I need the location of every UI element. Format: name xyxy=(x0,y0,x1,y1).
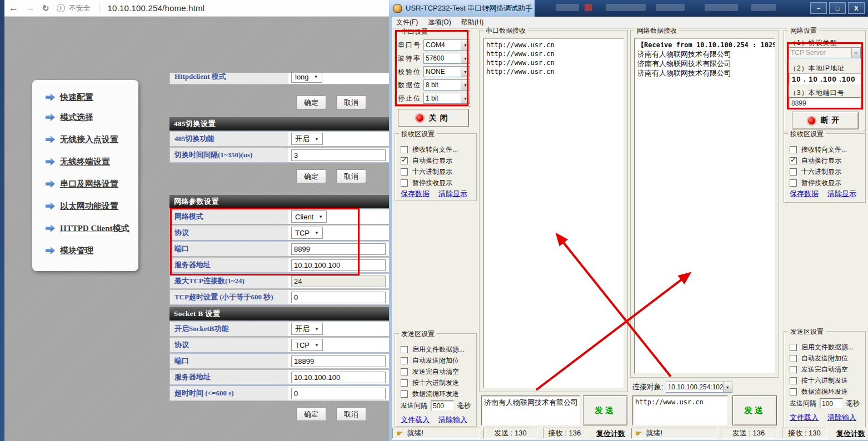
checkbox-auto-append[interactable]: 自动发送附加位 xyxy=(790,354,848,363)
checkbox-hex-send[interactable]: 按十六进制发送 xyxy=(790,376,848,385)
save-data-link[interactable]: 保存数据 xyxy=(790,189,819,199)
checkbox[interactable] xyxy=(790,168,797,176)
checkbox[interactable] xyxy=(401,168,408,176)
checkbox[interactable] xyxy=(790,377,797,384)
ok-button[interactable]: 确定 xyxy=(296,169,326,183)
serial-send-button[interactable]: 发送 xyxy=(583,395,627,425)
sidebar-item-ap-settings[interactable]: 无线接入点设置 xyxy=(46,134,118,145)
socketb-port-input[interactable]: 18899 xyxy=(291,355,386,367)
chevron-down-icon[interactable]: ▼ xyxy=(461,53,470,63)
checkbox-file-source[interactable]: 启用文件数据源... xyxy=(401,345,465,354)
sidebar-item-ethernet[interactable]: 以太网功能设置 xyxy=(46,201,118,212)
checkbox-pause-recv[interactable]: 暂停接收显示 xyxy=(401,178,452,187)
forward-icon[interactable]: → xyxy=(26,3,35,13)
save-data-link[interactable]: 保存数据 xyxy=(401,189,430,199)
reset-count-link[interactable]: 复位计数 xyxy=(596,429,625,439)
clear-input-link[interactable]: 清除输入 xyxy=(827,413,856,423)
data-bits-select[interactable]: 8 bit▼ xyxy=(423,79,470,91)
load-file-link[interactable]: 文件载入 xyxy=(790,413,819,423)
sidebar-item-sta-settings[interactable]: 无线终端设置 xyxy=(46,156,110,167)
clear-input-link[interactable]: 清除输入 xyxy=(438,415,467,425)
checkbox-auto-newline[interactable]: 自动换行显示 xyxy=(790,156,841,165)
disconnect-button[interactable]: 断开 xyxy=(792,112,859,129)
checkbox-recv-to-file[interactable]: 接收转向文件... xyxy=(401,145,458,154)
checkbox-pause-recv[interactable]: 暂停接收显示 xyxy=(790,178,841,187)
checkbox-recv-to-file[interactable]: 接收转向文件... xyxy=(790,145,847,154)
connection-target-select[interactable]: 10.10.100.254:1029▼ xyxy=(666,382,732,393)
local-ip-input[interactable]: 10 . 10 .100 .100 xyxy=(789,73,861,85)
checkbox[interactable] xyxy=(401,179,408,187)
send-interval-input[interactable]: 500 xyxy=(431,400,454,411)
socketb-timeout-input[interactable]: 0 xyxy=(291,388,386,399)
checkbox-clear-after-send[interactable]: 发送完自动清空 xyxy=(401,367,459,376)
clear-display-link[interactable]: 清除显示 xyxy=(827,189,856,199)
baud-rate-select[interactable]: 57600▼ xyxy=(423,53,470,64)
socketb-server-input[interactable]: 10.10.100.100 xyxy=(291,372,386,383)
checkbox[interactable] xyxy=(401,157,408,164)
menu-file[interactable]: 文件(F) xyxy=(392,17,422,28)
checkbox[interactable] xyxy=(401,146,408,153)
httpdclient-mode-select[interactable]: long▼ xyxy=(291,73,322,83)
socketb-enable-select[interactable]: 开启▼ xyxy=(291,323,323,335)
info-icon[interactable]: i xyxy=(57,4,65,12)
sidebar-item-uart-net[interactable]: 串口及网络设置 xyxy=(46,178,118,189)
serial-recv-textarea[interactable]: http://www.usr.cn http://www.usr.cn http… xyxy=(483,38,624,388)
network-mode-select[interactable]: Client▼ xyxy=(291,211,327,223)
checkbox[interactable] xyxy=(790,388,797,395)
address-url[interactable]: 10.10.100.254/home.html xyxy=(108,3,205,13)
chevron-down-icon[interactable]: ▼ xyxy=(461,80,470,90)
chevron-down-icon[interactable]: ▼ xyxy=(461,40,470,50)
checkbox[interactable] xyxy=(790,355,797,362)
sidebar-item-httpd-client[interactable]: HTTPD Client模式 xyxy=(46,223,129,234)
stop-bits-select[interactable]: 1 bit▼ xyxy=(423,93,470,104)
checkbox-auto-newline[interactable]: 自动换行显示 xyxy=(401,156,452,165)
checkbox-hex-display[interactable]: 十六进制显示 xyxy=(401,167,452,176)
checkbox-loop-send[interactable]: 数据流循环发送 xyxy=(790,387,848,396)
checkbox-hex-send[interactable]: 按十六进制发送 xyxy=(401,378,459,387)
parity-select[interactable]: NONE▼ xyxy=(423,66,470,77)
maximize-button[interactable]: □ xyxy=(829,2,846,14)
close-button[interactable]: X xyxy=(848,2,865,14)
back-icon[interactable]: ← xyxy=(9,3,18,13)
checkbox[interactable] xyxy=(401,346,408,353)
chevron-down-icon[interactable]: ▼ xyxy=(723,382,732,392)
net-recv-textarea[interactable]: 【Receive from 10.10.100.254 : 1029】: 济南有… xyxy=(634,38,775,374)
ok-button[interactable]: 确定 xyxy=(296,96,326,109)
server-address-input[interactable]: 10.10.100.100 xyxy=(291,259,386,271)
cancel-button[interactable]: 取消 xyxy=(336,407,366,421)
local-port-input[interactable]: 8899 xyxy=(789,97,861,109)
485-interval-input[interactable]: 3 xyxy=(291,149,386,161)
485-enable-select[interactable]: 开启▼ xyxy=(291,133,323,145)
checkbox-clear-after-send[interactable]: 发送完自动清空 xyxy=(790,365,848,374)
checkbox[interactable] xyxy=(790,146,797,153)
reset-count-link[interactable]: 复位计数 xyxy=(836,429,865,439)
checkbox[interactable] xyxy=(401,357,408,364)
checkbox[interactable] xyxy=(401,379,408,387)
minimize-button[interactable]: – xyxy=(810,2,827,14)
clear-display-link[interactable]: 清除显示 xyxy=(438,189,467,199)
tcp-timeout-input[interactable]: 0 xyxy=(291,292,386,303)
menu-options[interactable]: 选项(O) xyxy=(424,17,455,28)
socketb-protocol-select[interactable]: TCP▼ xyxy=(291,339,323,351)
reload-icon[interactable]: ↻ xyxy=(42,4,49,12)
net-send-input[interactable]: http://www.usr.cn xyxy=(632,395,728,425)
checkbox[interactable] xyxy=(790,344,797,351)
sidebar-item-mode-select[interactable]: 模式选择 xyxy=(46,112,93,123)
checkbox-loop-send[interactable]: 数据流循环发送 xyxy=(401,389,459,398)
sidebar-item-quick-config[interactable]: 快速配置 xyxy=(46,92,93,103)
com-port-select[interactable]: COM4▼ xyxy=(423,39,470,51)
checkbox-file-source[interactable]: 启用文件数据源... xyxy=(790,343,854,352)
checkbox[interactable] xyxy=(790,179,797,187)
load-file-link[interactable]: 文件载入 xyxy=(401,415,430,425)
checkbox[interactable] xyxy=(401,390,408,398)
checkbox-hex-display[interactable]: 十六进制显示 xyxy=(790,167,841,176)
checkbox-auto-append[interactable]: 自动发送附加位 xyxy=(401,356,459,365)
cancel-button[interactable]: 取消 xyxy=(336,169,366,183)
serial-send-input[interactable]: 济南有人物联网技术有限公司 xyxy=(481,395,580,425)
sidebar-item-module-mgmt[interactable]: 模块管理 xyxy=(46,245,93,256)
protocol-select[interactable]: TCP▼ xyxy=(291,227,323,239)
send-interval-input[interactable]: 100 xyxy=(820,398,843,409)
titlebar[interactable]: USR-TCP232-Test 串口转网络调试助手 – □ X xyxy=(389,0,868,17)
checkbox[interactable] xyxy=(790,366,797,373)
chevron-down-icon[interactable]: ▼ xyxy=(461,93,470,103)
